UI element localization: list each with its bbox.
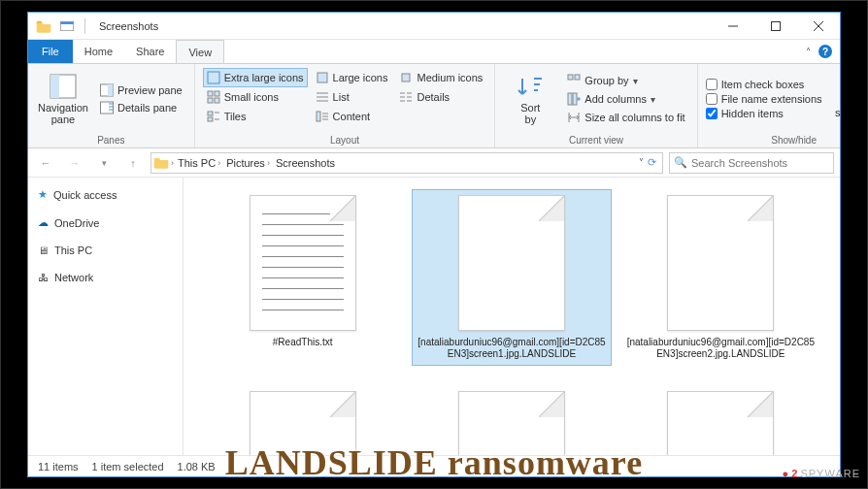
nav-onedrive[interactable]: ☁OneDrive (32, 213, 179, 232)
file-item[interactable] (621, 385, 820, 455)
group-by-button[interactable]: Group by ▾ (563, 73, 688, 88)
main-split: ★Quick access ☁OneDrive 🖥This PC 🖧Networ… (28, 178, 840, 455)
crumb-this-pc[interactable]: This PC› (176, 157, 222, 169)
file-list[interactable]: #ReadThis.txt[nataliaburduniuc96@gmail.c… (184, 178, 840, 455)
search-box[interactable]: 🔍 (669, 152, 834, 174)
svg-rect-1 (60, 21, 73, 24)
svg-rect-10 (402, 74, 410, 82)
generic-file-icon (458, 195, 565, 331)
svg-rect-4 (50, 75, 59, 98)
breadcrumb[interactable]: › This PC› Pictures› Screenshots ˅ ⟳ (150, 152, 663, 174)
layout-small-icons[interactable]: Small icons (203, 87, 308, 107)
svg-rect-14 (215, 98, 219, 103)
add-columns-button[interactable]: Add columns ▾ (563, 91, 688, 107)
svg-rect-11 (208, 91, 213, 96)
ribbon-help: ˄ ? (806, 40, 840, 63)
navigation-tree: ★Quick access ☁OneDrive 🖥This PC 🖧Networ… (28, 178, 184, 455)
chevron-down-icon: ▾ (651, 94, 655, 105)
chevron-right-icon[interactable]: › (171, 158, 174, 168)
svg-rect-18 (568, 75, 573, 80)
layout-content[interactable]: Content (312, 107, 392, 126)
size-columns-button[interactable]: Size all columns to fit (563, 110, 688, 125)
file-item[interactable]: [nataliaburduniuc96@gmail.com][id=D2C85E… (621, 189, 820, 366)
svg-rect-21 (573, 93, 577, 105)
folder-icon (153, 155, 169, 171)
svg-rect-15 (208, 112, 213, 115)
generic-file-icon (458, 391, 565, 455)
up-button[interactable]: ↑ (121, 151, 145, 175)
svg-rect-19 (575, 75, 580, 80)
address-dropdown-icon[interactable]: ˅ (639, 157, 644, 168)
navigation-pane-button[interactable]: Navigation pane (36, 68, 90, 130)
text-file-icon (250, 195, 356, 331)
navigation-pane-label: Navigation pane (38, 102, 88, 125)
svg-rect-8 (208, 72, 219, 83)
hidden-items-toggle[interactable]: Hidden items (706, 108, 822, 119)
qat-properties-icon[interactable] (57, 16, 77, 36)
ribbon-view: Navigation pane Preview pane Details pan… (28, 63, 840, 148)
window-title: Screenshots (99, 20, 158, 32)
details-pane-button[interactable]: Details pane (96, 100, 186, 115)
layout-large-icons[interactable]: Large icons (312, 68, 392, 87)
help-icon[interactable]: ? (818, 45, 832, 58)
maximize-button[interactable] (754, 13, 797, 40)
file-name-label: [nataliaburduniuc96@gmail.com][id=D2C85E… (417, 337, 605, 360)
forward-button[interactable]: → (63, 151, 86, 175)
folder-icon (34, 16, 53, 36)
nav-quick-access[interactable]: ★Quick access (32, 185, 179, 204)
back-button[interactable]: ← (34, 151, 57, 175)
status-bar: 11 items 1 item selected 1.08 KB (28, 455, 840, 476)
address-bar: ← → ▾ ↑ › This PC› Pictures› Screenshots… (28, 148, 840, 178)
tab-file[interactable]: File (28, 40, 73, 63)
ribbon-group-panes: Navigation pane Preview pane Details pan… (28, 64, 195, 147)
layout-extra-large-icons[interactable]: Extra large icons (203, 68, 308, 87)
svg-rect-6 (108, 84, 114, 96)
window-controls (712, 13, 840, 40)
svg-rect-16 (208, 117, 213, 121)
file-item[interactable]: #ReadThis.txt (203, 189, 402, 366)
file-item[interactable] (412, 385, 611, 455)
nav-network[interactable]: 🖧Network (32, 269, 179, 286)
preview-pane-button[interactable]: Preview pane (96, 82, 186, 98)
collapse-ribbon-icon[interactable]: ˄ (806, 47, 811, 57)
search-input[interactable] (691, 157, 829, 169)
layout-details[interactable]: Details (395, 87, 486, 107)
ribbon-group-current-view: Sort by Group by ▾ Add columns ▾ Size al… (495, 64, 697, 147)
ribbon-tabs: File Home Share View ˄ ? (28, 40, 840, 63)
nav-this-pc[interactable]: 🖥This PC (32, 242, 179, 259)
crumb-pictures[interactable]: Pictures› (224, 157, 272, 169)
group-label-layout: Layout (203, 135, 487, 146)
generic-file-icon (667, 391, 774, 455)
group-label-current-view: Current view (503, 135, 688, 146)
tab-view[interactable]: View (176, 40, 224, 64)
close-button[interactable] (797, 13, 840, 40)
status-item-count: 11 items (38, 461, 79, 473)
layout-list[interactable]: List (312, 87, 392, 107)
file-item[interactable]: [nataliaburduniuc96@gmail.com][id=D2C85E… (412, 189, 611, 366)
cloud-icon: ☁ (38, 216, 49, 229)
tab-home[interactable]: Home (73, 40, 124, 63)
svg-rect-9 (317, 73, 327, 82)
minimize-button[interactable] (712, 13, 754, 40)
svg-rect-12 (215, 91, 219, 96)
svg-rect-20 (568, 93, 572, 105)
recent-locations-button[interactable]: ▾ (92, 151, 116, 175)
ribbon-group-layout: Extra large icons Large icons Medium ico… (195, 64, 496, 147)
generic-file-icon (250, 391, 356, 455)
separator (84, 18, 85, 34)
crumb-screenshots[interactable]: Screenshots (274, 157, 337, 169)
layout-tiles[interactable]: Tiles (203, 107, 308, 126)
hide-selected-button[interactable]: Hide selected items (828, 68, 841, 130)
file-extensions-toggle[interactable]: File name extensions (706, 93, 822, 105)
svg-rect-2 (772, 21, 781, 30)
svg-rect-17 (317, 112, 320, 121)
item-checkboxes-toggle[interactable]: Item check boxes (706, 79, 822, 90)
layout-medium-icons[interactable]: Medium icons (395, 68, 486, 87)
sort-by-button[interactable]: Sort by (503, 68, 557, 130)
file-item[interactable] (203, 385, 402, 455)
titlebar-left: Screenshots (28, 16, 158, 36)
status-size: 1.08 KB (178, 461, 216, 473)
refresh-icon[interactable]: ⟳ (648, 156, 656, 169)
network-icon: 🖧 (38, 272, 49, 283)
tab-share[interactable]: Share (124, 40, 176, 63)
